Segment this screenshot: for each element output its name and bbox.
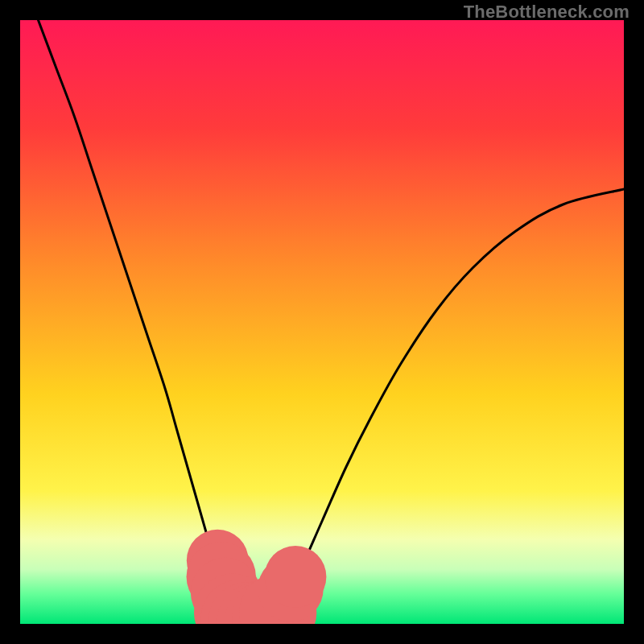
trough-marker (265, 546, 327, 608)
watermark-text: TheBottleneck.com (464, 2, 630, 23)
bottleneck-curve (39, 20, 625, 622)
plot-area (20, 20, 624, 624)
chart-frame: TheBottleneck.com (0, 0, 644, 644)
chart-curves (20, 20, 624, 624)
